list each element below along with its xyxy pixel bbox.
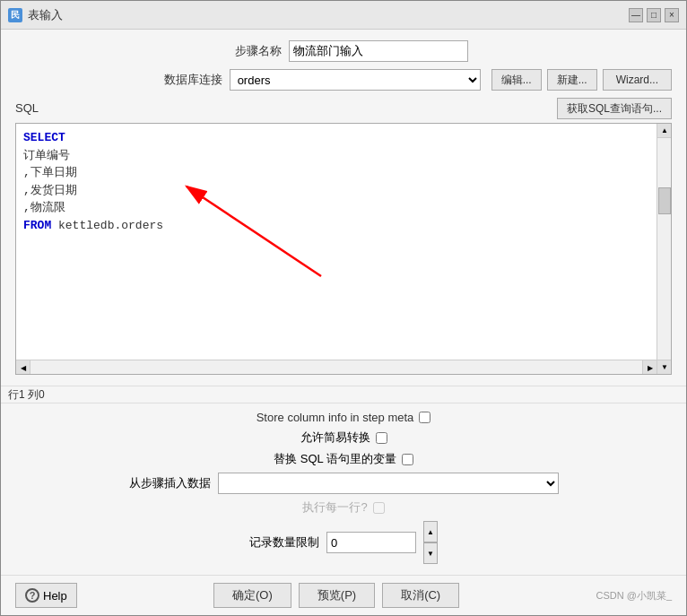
preview-button[interactable]: 预览(P): [299, 583, 375, 608]
allow-lazy-label: 允许简易转换: [300, 429, 370, 446]
sql-line-1: SELECT: [23, 129, 653, 147]
help-icon: ?: [25, 588, 39, 603]
spin-up-button[interactable]: ▲: [423, 521, 438, 542]
scroll-down-arrow[interactable]: ▼: [657, 360, 672, 374]
scrollbar-horizontal[interactable]: ◀ ▶: [16, 360, 657, 374]
get-sql-button[interactable]: 获取SQL查询语句...: [557, 98, 672, 119]
record-limit-spinners: ▲ ▼: [423, 521, 438, 564]
db-connection-select[interactable]: orders: [230, 69, 481, 91]
title-controls: — □ ×: [629, 8, 679, 22]
sql-section: SQL 获取SQL查询语句... SELECT 订单编号 ,下单日期 ,发货日期…: [15, 98, 672, 375]
new-button[interactable]: 新建...: [547, 69, 597, 91]
record-limit-input[interactable]: [326, 532, 416, 553]
scroll-right-arrow[interactable]: ▶: [642, 360, 657, 375]
allow-lazy-checkbox[interactable]: [376, 432, 387, 444]
sql-label: SQL: [15, 101, 39, 115]
help-button[interactable]: ? Help: [15, 583, 77, 608]
replace-vars-checkbox[interactable]: [402, 454, 413, 465]
db-connection-label: 数据库连接: [160, 72, 222, 88]
edit-button[interactable]: 编辑...: [491, 69, 542, 91]
title-bar: 民 表输入 — □ ×: [1, 1, 686, 30]
minimize-button[interactable]: —: [629, 8, 643, 22]
maximize-button[interactable]: □: [647, 8, 661, 22]
ok-button[interactable]: 确定(O): [213, 583, 291, 608]
watermark-text: CSDN @小凯菜_: [596, 589, 672, 603]
window-title: 表输入: [28, 7, 63, 23]
status-bar: 行1 列0: [1, 386, 686, 403]
sql-line-6: FROM kettledb.orders: [23, 217, 653, 235]
spin-down-button[interactable]: ▼: [423, 542, 438, 564]
bottom-options: Store column info in step meta 允许简易转换 替换…: [1, 403, 686, 571]
row-col-status: 行1 列0: [8, 387, 45, 403]
db-connection-row: 数据库连接 orders 编辑... 新建... Wizard...: [15, 69, 672, 91]
step-name-label: 步骤名称: [219, 43, 282, 59]
store-column-row: Store column info in step meta: [15, 411, 672, 424]
execute-each-checkbox[interactable]: [373, 502, 385, 514]
insert-from-label: 从步骤插入数据: [129, 475, 211, 491]
record-limit-row: 记录数量限制 ▲ ▼: [15, 521, 672, 564]
title-bar-left: 民 表输入: [8, 7, 63, 23]
insert-from-row: 从步骤插入数据: [15, 473, 672, 494]
scrollbar-vertical[interactable]: ▲ ▼: [657, 124, 671, 374]
replace-vars-label: 替换 SQL 语句里的变量: [274, 451, 396, 467]
store-column-checkbox[interactable]: [419, 412, 430, 423]
cancel-button[interactable]: 取消(C): [382, 583, 459, 608]
step-name-row: 步骤名称: [15, 40, 672, 62]
scroll-thumb[interactable]: [658, 187, 671, 214]
replace-vars-row: 替换 SQL 语句里的变量: [15, 451, 672, 467]
insert-from-select[interactable]: [218, 473, 559, 494]
sql-container: SELECT 订单编号 ,下单日期 ,发货日期 ,物流限 FROM kettle…: [15, 123, 672, 375]
bottom-buttons: ? Help 确定(O) 预览(P) 取消(C) CSDN @小凯菜_: [1, 575, 686, 615]
db-controls: 编辑... 新建... Wizard...: [491, 69, 672, 91]
sql-line-5: ,物流限: [23, 199, 653, 217]
close-button[interactable]: ×: [665, 8, 679, 22]
step-name-input[interactable]: [289, 40, 468, 62]
scroll-left-arrow[interactable]: ◀: [16, 360, 30, 375]
sql-line-3: ,下单日期: [23, 164, 653, 182]
execute-each-row: 执行每一行?: [15, 499, 672, 516]
execute-each-label: 执行每一行?: [302, 499, 367, 516]
window-icon: 民: [8, 8, 22, 22]
wizard-button[interactable]: Wizard...: [603, 69, 672, 91]
sql-line-2: 订单编号: [23, 147, 653, 165]
main-content: 步骤名称 数据库连接 orders 编辑... 新建... Wizard... …: [1, 30, 686, 386]
record-limit-label: 记录数量限制: [249, 534, 319, 551]
sql-editor[interactable]: SELECT 订单编号 ,下单日期 ,发货日期 ,物流限 FROM kettle…: [16, 124, 671, 374]
scroll-up-arrow[interactable]: ▲: [657, 124, 672, 138]
action-buttons: 确定(O) 预览(P) 取消(C): [213, 583, 459, 608]
main-window: 民 表输入 — □ × 步骤名称 数据库连接 orders 编辑...: [0, 0, 687, 616]
allow-lazy-row: 允许简易转换: [15, 429, 672, 446]
store-column-label: Store column info in step meta: [257, 411, 414, 424]
sql-line-4: ,发货日期: [23, 182, 653, 200]
